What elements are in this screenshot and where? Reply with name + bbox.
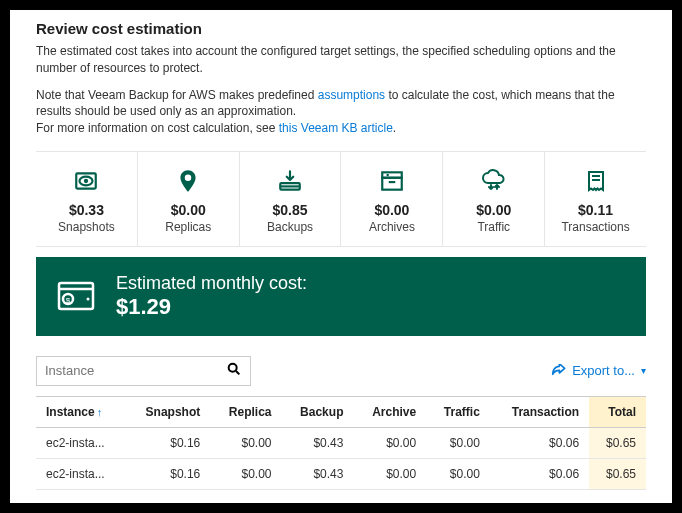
col-traffic[interactable]: Traffic (426, 396, 490, 427)
col-snapshot[interactable]: Snapshot (125, 396, 210, 427)
sort-asc-icon: ↑ (97, 406, 103, 418)
card-value: $0.00 (447, 202, 540, 218)
export-button[interactable]: Export to... ▾ (550, 363, 646, 378)
note-text: Note that Veeam Backup for AWS makes pre… (36, 87, 646, 137)
card-transactions: $0.11 Transactions (545, 152, 646, 246)
card-snapshots: $0.33 Snapshots (36, 152, 138, 246)
cell-snapshot: $0.16 (125, 427, 210, 458)
cloud-traffic-icon (447, 166, 540, 196)
wallet-icon: $ (56, 275, 98, 317)
svg-line-16 (236, 371, 239, 374)
cost-table: Instance↑ Snapshot Replica Backup Archiv… (36, 396, 646, 490)
svg-rect-6 (382, 178, 402, 190)
card-label: Transactions (549, 220, 642, 234)
download-drive-icon (244, 166, 337, 196)
cell-replica: $0.00 (210, 458, 281, 489)
svg-point-2 (85, 180, 87, 182)
card-value: $0.00 (345, 202, 438, 218)
col-transaction[interactable]: Transaction (490, 396, 589, 427)
export-icon (550, 364, 566, 378)
cell-replica: $0.00 (210, 427, 281, 458)
col-instance[interactable]: Instance↑ (36, 396, 125, 427)
cell-archive: $0.00 (353, 427, 426, 458)
cell-traffic: $0.00 (426, 458, 490, 489)
col-backup[interactable]: Backup (281, 396, 353, 427)
page-title: Review cost estimation (36, 20, 646, 37)
export-label: Export to... (572, 363, 635, 378)
card-replicas: $0.00 Replicas (138, 152, 240, 246)
svg-point-14 (87, 298, 90, 301)
svg-text:$: $ (66, 296, 71, 305)
banner-label: Estimated monthly cost: (116, 273, 307, 294)
banner-text: Estimated monthly cost: $1.29 (116, 273, 307, 320)
search-box[interactable] (36, 356, 251, 386)
table-row[interactable]: ec2-insta... $0.16 $0.00 $0.43 $0.00 $0.… (36, 427, 646, 458)
search-input[interactable] (45, 363, 226, 378)
cell-archive: $0.00 (353, 458, 426, 489)
col-total[interactable]: Total (589, 396, 646, 427)
card-label: Snapshots (40, 220, 133, 234)
cost-cards-row: $0.33 Snapshots $0.00 Replicas $0.85 Bac… (36, 151, 646, 247)
card-value: $0.33 (40, 202, 133, 218)
archive-box-icon (345, 166, 438, 196)
cell-backup: $0.43 (281, 458, 353, 489)
card-label: Traffic (447, 220, 540, 234)
card-value: $0.00 (142, 202, 235, 218)
pin-icon (142, 166, 235, 196)
banner-value: $1.29 (116, 294, 307, 320)
card-value: $0.11 (549, 202, 642, 218)
table-toolbar: Export to... ▾ (36, 356, 646, 386)
assumptions-link[interactable]: assumptions (318, 88, 385, 102)
estimated-cost-banner: $ Estimated monthly cost: $1.29 (36, 257, 646, 336)
search-icon[interactable] (226, 361, 242, 381)
col-archive[interactable]: Archive (353, 396, 426, 427)
cell-transaction: $0.06 (490, 458, 589, 489)
card-label: Backups (244, 220, 337, 234)
kb-article-link[interactable]: this Veeam KB article (279, 121, 393, 135)
svg-point-15 (229, 364, 237, 372)
table-header-row: Instance↑ Snapshot Replica Backup Archiv… (36, 396, 646, 427)
cell-instance: ec2-insta... (36, 458, 125, 489)
description-text: The estimated cost takes into account th… (36, 43, 646, 77)
card-archives: $0.00 Archives (341, 152, 443, 246)
card-label: Archives (345, 220, 438, 234)
disk-icon (40, 166, 133, 196)
cost-estimation-panel: Review cost estimation The estimated cos… (10, 10, 672, 503)
cell-instance: ec2-insta... (36, 427, 125, 458)
cell-traffic: $0.00 (426, 427, 490, 458)
card-traffic: $0.00 Traffic (443, 152, 545, 246)
cell-total: $0.65 (589, 427, 646, 458)
col-replica[interactable]: Replica (210, 396, 281, 427)
receipt-icon (549, 166, 642, 196)
card-label: Replicas (142, 220, 235, 234)
cell-snapshot: $0.16 (125, 458, 210, 489)
chevron-down-icon: ▾ (641, 365, 646, 376)
cell-backup: $0.43 (281, 427, 353, 458)
card-value: $0.85 (244, 202, 337, 218)
card-backups: $0.85 Backups (240, 152, 342, 246)
table-row[interactable]: ec2-insta... $0.16 $0.00 $0.43 $0.00 $0.… (36, 458, 646, 489)
cell-total: $0.65 (589, 458, 646, 489)
cell-transaction: $0.06 (490, 427, 589, 458)
